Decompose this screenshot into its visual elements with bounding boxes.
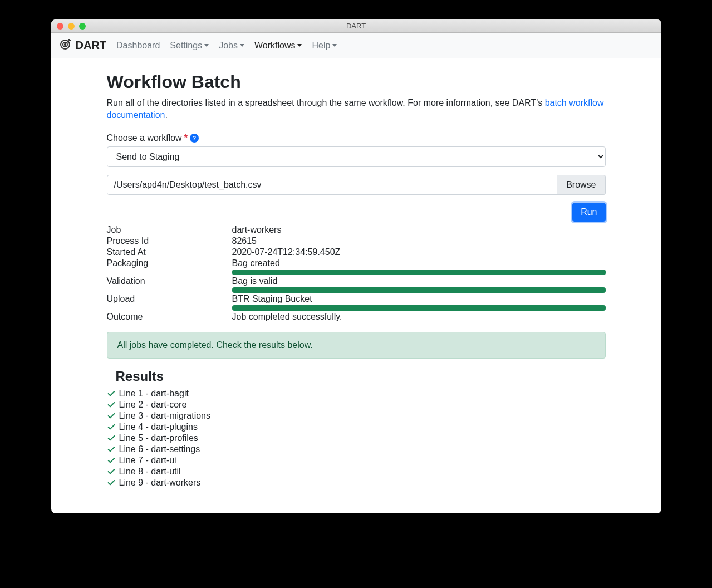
workflow-label-row: Choose a workflow * ?: [107, 133, 606, 143]
progress-validation: [232, 287, 606, 293]
row-validation: Validation Bag is valid: [107, 276, 606, 293]
titlebar: DART: [51, 19, 661, 33]
result-item: Line 9 - dart-workers: [107, 478, 606, 488]
value-started-at: 2020-07-24T12:34:59.450Z: [232, 247, 606, 257]
chevron-down-icon: [240, 44, 244, 47]
row-upload: Upload BTR Staging Bucket: [107, 294, 606, 311]
result-item-label: Line 1 - dart-bagit: [119, 389, 189, 399]
check-icon: [107, 478, 116, 487]
check-icon: [107, 423, 116, 432]
lead-text: Run all of the directories listed in a s…: [107, 98, 545, 107]
page-title: Workflow Batch: [107, 72, 606, 92]
results-heading: Results: [116, 369, 606, 384]
progress-upload: [232, 305, 606, 311]
app-window: DART DART Dashboard Settings Jobs: [51, 19, 661, 513]
chevron-down-icon: [204, 44, 209, 47]
result-item-label: Line 2 - dart-core: [119, 400, 187, 410]
brand[interactable]: DART: [59, 37, 107, 53]
main-content: Workflow Batch Run all of the directorie…: [51, 58, 661, 513]
check-icon: [107, 445, 116, 454]
check-icon: [107, 389, 116, 398]
label-started-at: Started At: [107, 247, 232, 257]
row-job: Job dart-workers: [107, 225, 606, 235]
row-outcome: Outcome Job completed successfully.: [107, 312, 606, 322]
required-asterisk: *: [184, 133, 188, 143]
csv-path-input[interactable]: [107, 175, 558, 195]
value-validation-wrap: Bag is valid: [232, 276, 606, 293]
value-job: dart-workers: [232, 225, 606, 235]
result-item: Line 8 - dart-util: [107, 467, 606, 477]
value-process-id: 82615: [232, 236, 606, 246]
check-icon: [107, 467, 116, 476]
value-packaging: Bag created: [232, 258, 606, 268]
value-upload: BTR Staging Bucket: [232, 294, 606, 304]
lead-text-end: .: [165, 110, 167, 120]
label-validation: Validation: [107, 276, 232, 286]
label-job: Job: [107, 225, 232, 235]
progress-bar: [232, 287, 606, 293]
nav-workflows-label: Workflows: [254, 41, 296, 51]
label-upload: Upload: [107, 294, 232, 304]
result-item-label: Line 4 - dart-plugins: [119, 422, 198, 432]
run-row: Run: [107, 203, 606, 222]
window-title: DART: [51, 22, 661, 30]
row-started-at: Started At 2020-07-24T12:34:59.450Z: [107, 247, 606, 257]
label-packaging: Packaging: [107, 258, 232, 268]
check-icon: [107, 400, 116, 409]
check-icon: [107, 434, 116, 443]
progress-bar: [232, 270, 606, 275]
workflow-select[interactable]: Send to Staging: [107, 146, 606, 167]
help-icon[interactable]: ?: [190, 134, 199, 143]
result-item: Line 4 - dart-plugins: [107, 422, 606, 432]
value-outcome: Job completed successfully.: [232, 312, 606, 322]
nav-jobs[interactable]: Jobs: [219, 41, 244, 51]
label-process-id: Process Id: [107, 236, 232, 246]
label-outcome: Outcome: [107, 312, 232, 322]
result-item-label: Line 9 - dart-workers: [119, 478, 201, 488]
result-item: Line 6 - dart-settings: [107, 444, 606, 454]
result-item: Line 7 - dart-ui: [107, 455, 606, 465]
chevron-down-icon: [297, 44, 302, 47]
result-item: Line 5 - dart-profiles: [107, 433, 606, 443]
row-packaging: Packaging Bag created: [107, 258, 606, 275]
file-input-group: Browse: [107, 175, 606, 195]
progress-bar: [232, 305, 606, 311]
result-item: Line 1 - dart-bagit: [107, 389, 606, 399]
nav-dashboard-label: Dashboard: [116, 41, 160, 51]
progress-packaging: [232, 270, 606, 275]
result-item: Line 3 - dart-migrations: [107, 411, 606, 421]
value-upload-wrap: BTR Staging Bucket: [232, 294, 606, 311]
value-packaging-wrap: Bag created: [232, 258, 606, 275]
nav-settings[interactable]: Settings: [170, 41, 209, 51]
result-item: Line 2 - dart-core: [107, 400, 606, 410]
result-item-label: Line 3 - dart-migrations: [119, 411, 211, 421]
browse-button[interactable]: Browse: [557, 175, 605, 195]
chevron-down-icon: [332, 44, 337, 47]
completion-alert: All jobs have completed. Check the resul…: [107, 332, 606, 359]
page-description: Run all of the directories listed in a s…: [107, 97, 606, 122]
navbar: DART Dashboard Settings Jobs Workflows H…: [51, 33, 661, 58]
brand-text: DART: [76, 39, 107, 52]
svg-point-2: [64, 44, 65, 45]
result-item-label: Line 7 - dart-ui: [119, 455, 176, 465]
run-button[interactable]: Run: [572, 203, 605, 222]
nav-help-label: Help: [312, 41, 330, 51]
result-item-label: Line 8 - dart-util: [119, 467, 181, 477]
results-list: Line 1 - dart-bagitLine 2 - dart-coreLin…: [107, 389, 606, 488]
row-process-id: Process Id 82615: [107, 236, 606, 246]
result-item-label: Line 5 - dart-profiles: [119, 433, 198, 443]
result-item-label: Line 6 - dart-settings: [119, 444, 200, 454]
nav-help[interactable]: Help: [312, 41, 337, 51]
nav-settings-label: Settings: [170, 41, 202, 51]
check-icon: [107, 456, 116, 465]
target-icon: [59, 37, 72, 53]
check-icon: [107, 411, 116, 420]
value-validation: Bag is valid: [232, 276, 606, 286]
nav-dashboard[interactable]: Dashboard: [116, 41, 160, 51]
nav-jobs-label: Jobs: [219, 41, 238, 51]
nav-workflows[interactable]: Workflows: [254, 41, 302, 51]
workflow-label: Choose a workflow: [107, 133, 182, 143]
